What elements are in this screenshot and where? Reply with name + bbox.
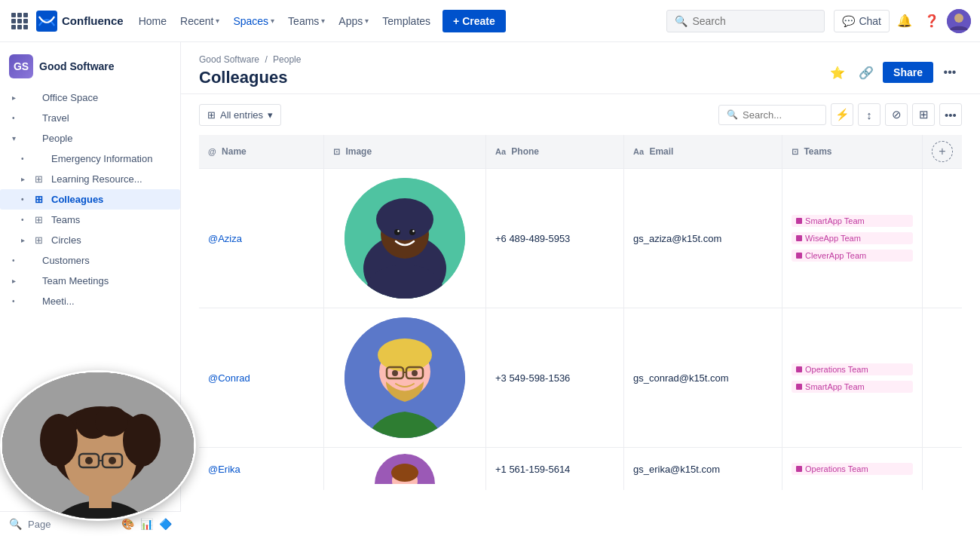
add-column-button[interactable]: +	[932, 141, 953, 162]
cell-teams-conrad: Operations Team SmartApp Team	[782, 308, 923, 448]
confluence-logo[interactable]: Confluence	[36, 11, 124, 32]
all-entries-label: All entries	[220, 109, 263, 121]
sidebar-item-customers[interactable]: • Customers	[0, 250, 180, 271]
tag-color-icon	[796, 253, 802, 259]
col-header-add: +	[922, 135, 962, 169]
nav-spaces[interactable]: Spaces ▾	[227, 11, 280, 32]
team-tag-smartapp[interactable]: SmartApp Team	[792, 215, 913, 227]
table-search[interactable]: 🔍	[718, 105, 826, 125]
search-icon: 🔍	[727, 109, 738, 120]
content-header: Good Software / People Colleagues ⭐ 🔗 Sh…	[181, 42, 980, 94]
view-toggle-button[interactable]: ⊞	[912, 103, 935, 126]
sidebar-item-circles[interactable]: ▸ ⊞ Circles	[0, 230, 180, 250]
create-button[interactable]: + Create	[443, 10, 506, 32]
chart-icon[interactable]: 📊	[140, 518, 153, 530]
nav-recent[interactable]: Recent ▾	[174, 11, 225, 32]
search-page-icon[interactable]: 🔍	[9, 518, 22, 530]
sidebar-label: Colleagues	[51, 194, 103, 205]
top-navigation: Confluence Home Recent ▾ Spaces ▾ Teams …	[0, 0, 980, 42]
nav-home[interactable]: Home	[133, 11, 173, 32]
table-container: @ Name ⊡ Image Aa Phone Aa	[181, 135, 980, 490]
team-tag-cleverapp[interactable]: CleverApp Team	[792, 250, 913, 262]
sidebar-item-team-meetings[interactable]: ▸ Team Meetings	[0, 271, 180, 291]
nav-templates[interactable]: Templates	[376, 11, 436, 32]
colleagues-table: @ Name ⊡ Image Aa Phone Aa	[199, 135, 962, 490]
database-icon: ⊞	[35, 194, 47, 205]
cell-name-aziza: @Aziza	[199, 169, 324, 308]
breadcrumb-sep1: /	[265, 54, 270, 65]
nav-apps[interactable]: Apps ▾	[332, 11, 375, 32]
team-tag-operations2[interactable]: Operations Team	[792, 463, 913, 475]
dropdown-arrow-icon: ▾	[268, 109, 273, 121]
sidebar-item-teams[interactable]: • ⊞ Teams	[0, 210, 180, 230]
sort-button[interactable]: ↕	[858, 103, 880, 126]
chat-icon: 💬	[842, 15, 855, 27]
svg-point-26	[40, 414, 78, 467]
cell-phone-conrad: +3 549-598-1536	[485, 308, 623, 448]
svg-point-10	[412, 230, 414, 231]
dot-icon: •	[21, 155, 30, 163]
search-input[interactable]	[692, 15, 805, 27]
svg-point-7	[394, 229, 400, 235]
breadcrumb-space[interactable]: Good Software	[199, 54, 259, 65]
cell-name-erika: @Erika	[199, 448, 324, 491]
table-row: @Erika +1 561	[199, 448, 962, 491]
sidebar-item-travel[interactable]: • Travel	[0, 108, 180, 128]
gem-icon[interactable]: 🔷	[159, 518, 172, 530]
team-tag-operations[interactable]: Operations Team	[792, 363, 913, 375]
apps-grid-button[interactable]	[9, 11, 30, 32]
hide-fields-button[interactable]: ⊘	[885, 103, 908, 126]
sidebar-label: Teams	[51, 214, 80, 225]
confluence-brand-text: Confluence	[62, 14, 124, 27]
share-button[interactable]: Share	[883, 62, 933, 83]
more-options-button[interactable]: •••	[938, 60, 962, 84]
sidebar-item-people[interactable]: ▾ People	[0, 128, 180, 149]
table-row: @Conrad	[199, 308, 962, 448]
chat-button[interactable]: 💬 Chat	[834, 10, 890, 32]
sidebar-label: People	[42, 133, 72, 144]
link-button[interactable]: 🔗	[854, 60, 878, 84]
breadcrumb-people[interactable]: People	[273, 54, 301, 65]
sidebar-footer-label: Page	[28, 519, 51, 530]
sidebar-item-emergency[interactable]: • Emergency Information	[0, 149, 180, 169]
sidebar-item-meeti[interactable]: • Meeti...	[0, 291, 180, 311]
database-icon: ⊞	[35, 234, 47, 246]
space-header: GS Good Software	[0, 48, 180, 87]
sidebar-item-learning[interactable]: ▸ ⊞ Learning Resource...	[0, 169, 180, 189]
help-button[interactable]: ❓	[920, 9, 944, 33]
cell-phone-erika: +1 561-159-5614	[485, 448, 623, 491]
palette-icon[interactable]: 🎨	[121, 518, 134, 530]
cell-teams-aziza: SmartApp Team WiseApp Team CleverApp Tea…	[782, 169, 923, 308]
team-tag-smartapp2[interactable]: SmartApp Team	[792, 381, 913, 393]
col-header-teams: ⊡ Teams	[782, 135, 923, 169]
notifications-button[interactable]: 🔔	[893, 9, 917, 33]
sidebar-label: Travel	[42, 112, 69, 124]
video-person	[2, 372, 194, 519]
sidebar-item-office-space[interactable]: ▸ Office Space	[0, 87, 180, 108]
at-icon: @	[208, 147, 216, 156]
table-toolbar: ⊞ All entries ▾ 🔍 ⚡ ↕ ⊘ ⊞ •••	[181, 94, 980, 135]
star-button[interactable]: ⭐	[825, 60, 850, 84]
dot-icon: •	[12, 256, 21, 265]
table-more-button[interactable]: •••	[939, 103, 962, 126]
filter-button[interactable]: ⚡	[831, 103, 853, 126]
sidebar-label: Team Meetings	[42, 275, 109, 286]
team-tag-wiseapp[interactable]: WiseApp Team	[792, 232, 913, 244]
nav-teams[interactable]: Teams ▾	[282, 11, 331, 32]
svg-point-8	[409, 229, 415, 235]
svg-point-6	[376, 198, 433, 240]
chevron-right-icon: ▸	[21, 175, 30, 183]
col-header-phone: Aa Phone	[485, 135, 623, 169]
nav-right-actions: 💬 Chat 🔔 ❓	[834, 9, 971, 33]
page-title: Colleagues	[199, 68, 301, 87]
cell-image-erika	[324, 448, 486, 491]
cell-phone-aziza: +6 489-489-5953	[485, 169, 623, 308]
all-entries-button[interactable]: ⊞ All entries ▾	[199, 104, 281, 126]
table-search-input[interactable]	[743, 109, 818, 121]
cell-add-conrad	[922, 308, 962, 448]
phone-col-icon: Aa	[495, 147, 506, 156]
sidebar-item-colleagues[interactable]: • ⊞ Colleagues	[0, 189, 180, 210]
user-avatar[interactable]	[947, 9, 971, 33]
cell-name-conrad: @Conrad	[199, 308, 324, 448]
global-search-bar[interactable]: 🔍	[666, 10, 825, 32]
